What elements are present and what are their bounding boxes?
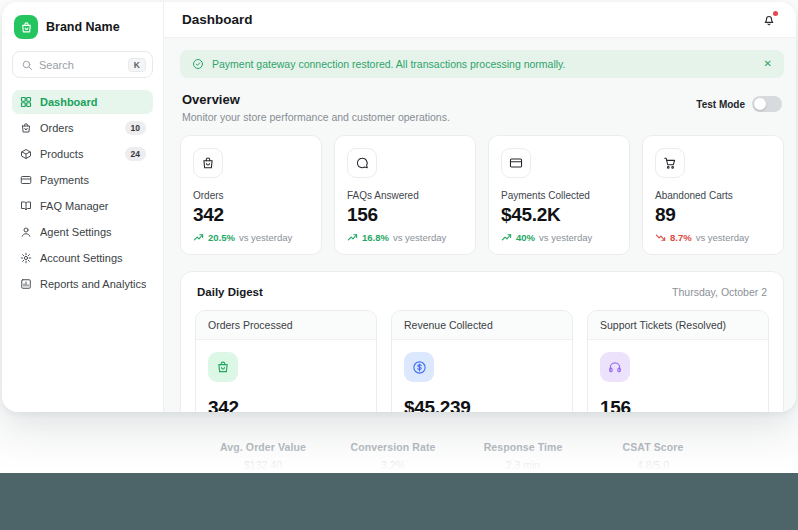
footer-stat: Conversion Rate 3.2%: [328, 441, 458, 471]
user-icon: [19, 226, 32, 239]
delta-suffix: vs yesterday: [239, 232, 292, 243]
search-box[interactable]: K: [12, 51, 153, 78]
sidebar-item-faq-manager[interactable]: FAQ Manager: [12, 194, 153, 218]
footer-stat: CSAT Score 4.8/5.0: [588, 441, 718, 471]
stat-value: 156: [347, 204, 463, 226]
digest-card-title: Orders Processed: [196, 311, 376, 340]
box-icon: [19, 148, 32, 161]
delta-percent: 20.5%: [208, 232, 235, 243]
brand-logo-bag-icon: [14, 15, 38, 39]
brand: Brand Name: [12, 13, 153, 51]
credit-card-icon: [501, 148, 531, 178]
notification-dot: [773, 11, 778, 16]
footer-stat-value: 3.2%: [328, 459, 458, 471]
footer-stat-value: $132.40: [198, 459, 328, 471]
grid-icon: [19, 96, 32, 109]
sidebar-item-dashboard[interactable]: Dashboard: [12, 90, 153, 114]
stat-label: Orders: [193, 190, 309, 201]
main-area: Dashboard Payment gateway connection res…: [164, 2, 796, 412]
stat-label: Abandoned Carts: [655, 190, 771, 201]
overview-header: Overview Monitor your store performance …: [182, 92, 782, 123]
sidebar-item-agent-settings[interactable]: Agent Settings: [12, 220, 153, 244]
trend-down-icon: [655, 232, 666, 243]
stat-delta: 16.8% vs yesterday: [347, 232, 463, 243]
daily-digest-date: Thursday, October 2: [672, 286, 767, 298]
footer-stat-value: 4.8/5.0: [588, 459, 718, 471]
stat-label: FAQs Answered: [347, 190, 463, 201]
stat-value: 342: [193, 204, 309, 226]
delta-suffix: vs yesterday: [539, 232, 592, 243]
footer-stat: Avg. Order Value $132.40: [198, 441, 328, 471]
sidebar-item-label: Agent Settings: [40, 226, 146, 238]
stat-delta: 8.7% vs yesterday: [655, 232, 771, 243]
search-icon: [21, 59, 33, 71]
test-mode-label: Test Mode: [696, 99, 745, 110]
sidebar-item-label: Products: [40, 148, 117, 160]
bottom-band: [0, 473, 798, 530]
daily-digest-header: Daily Digest Thursday, October 2: [195, 284, 769, 298]
delta-percent: 40%: [516, 232, 535, 243]
digest-card-value: 156: [600, 397, 756, 412]
stat-card-abandoned-carts: Abandoned Carts 89 8.7% vs yesterday: [642, 135, 784, 255]
digest-card-title: Revenue Collected: [392, 311, 572, 340]
sidebar-item-label: Reports and Analytics: [40, 278, 146, 290]
footer-stat: Response Time 2.3 min: [458, 441, 588, 471]
footer-stat-label: CSAT Score: [588, 441, 718, 453]
search-input[interactable]: [39, 59, 122, 71]
digest-card-revenue-collected: Revenue Collected $45,239 +8% from yeste…: [391, 310, 573, 412]
chat-bubble-icon: [347, 148, 377, 178]
bag-icon: [19, 122, 32, 135]
sidebar-item-label: Dashboard: [40, 96, 146, 108]
daily-digest-panel: Daily Digest Thursday, October 2 Orders …: [180, 271, 784, 412]
brand-name: Brand Name: [46, 20, 120, 34]
sidebar-item-account-settings[interactable]: Account Settings: [12, 246, 153, 270]
footer-stat-label: Conversion Rate: [328, 441, 458, 453]
delta-suffix: vs yesterday: [696, 232, 749, 243]
trend-up-icon: [501, 232, 512, 243]
footer-stat-label: Response Time: [458, 441, 588, 453]
sidebar-nav: Dashboard Orders 10 Products 24 Payments: [12, 90, 153, 296]
test-mode: Test Mode: [696, 96, 782, 112]
banner-message: Payment gateway connection restored. All…: [212, 58, 756, 70]
book-icon: [19, 200, 32, 213]
overview-subtitle: Monitor your store performance and custo…: [182, 111, 450, 123]
app-window: Brand Name K Dashboard Orders 10: [2, 2, 796, 412]
headphones-icon: [600, 352, 630, 382]
stats-row: Orders 342 20.5% vs yesterday FAQs Answe…: [180, 135, 784, 255]
search-shortcut-key: K: [128, 58, 146, 72]
digest-card-title: Support Tickets (Resolved): [588, 311, 768, 340]
banner-close-icon[interactable]: ✕: [764, 59, 772, 69]
page: Avg. Order Value $132.40 Conversion Rate…: [0, 0, 798, 530]
bar-chart-icon: [19, 278, 32, 291]
delta-percent: 8.7%: [670, 232, 692, 243]
digest-cards: Orders Processed 342 +20.5% from yesterd…: [195, 310, 769, 412]
digest-card-value: $45,239: [404, 397, 560, 412]
daily-digest-title: Daily Digest: [197, 286, 263, 298]
delta-suffix: vs yesterday: [393, 232, 446, 243]
digest-card-value: 342: [208, 397, 364, 412]
digest-card-body: 156 23 pending: [588, 340, 768, 412]
test-mode-toggle[interactable]: [752, 96, 782, 112]
page-title: Dashboard: [182, 12, 253, 27]
delta-percent: 16.8%: [362, 232, 389, 243]
sidebar-item-orders[interactable]: Orders 10: [12, 116, 153, 140]
sidebar-item-products[interactable]: Products 24: [12, 142, 153, 166]
digest-card-body: 342 +20.5% from yesterday: [196, 340, 376, 412]
sidebar-item-label: FAQ Manager: [40, 200, 146, 212]
bag-icon: [208, 352, 238, 382]
stat-label: Payments Collected: [501, 190, 617, 201]
footer-stat-label: Avg. Order Value: [198, 441, 328, 453]
overview-title: Overview: [182, 92, 450, 107]
success-banner: Payment gateway connection restored. All…: [180, 50, 784, 78]
digest-card-orders-processed: Orders Processed 342 +20.5% from yesterd…: [195, 310, 377, 412]
stat-value: $45.2K: [501, 204, 617, 226]
notifications-bell-icon[interactable]: [760, 11, 778, 29]
topbar: Dashboard: [164, 2, 796, 38]
credit-card-icon: [19, 174, 32, 187]
sidebar-item-reports-analytics[interactable]: Reports and Analytics: [12, 272, 153, 296]
orders-count-badge: 10: [125, 121, 146, 135]
stat-value: 89: [655, 204, 771, 226]
content: Payment gateway connection restored. All…: [164, 38, 796, 412]
sidebar: Brand Name K Dashboard Orders 10: [2, 2, 164, 412]
sidebar-item-payments[interactable]: Payments: [12, 168, 153, 192]
